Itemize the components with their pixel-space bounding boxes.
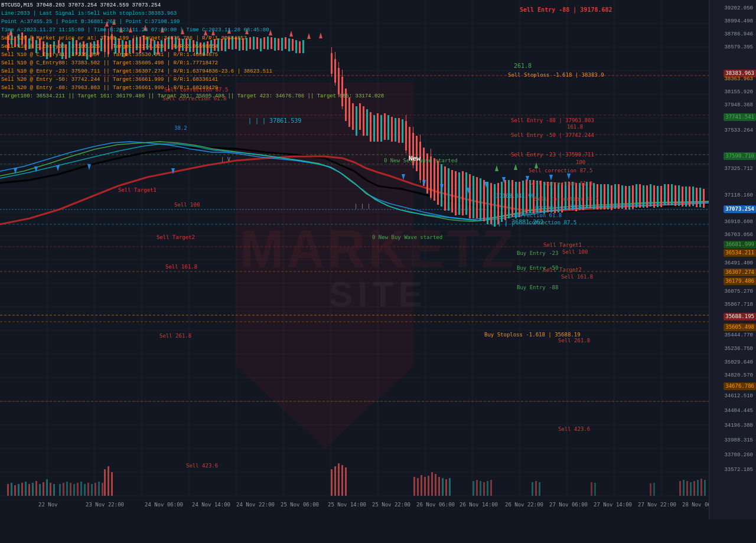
svg-rect-270 bbox=[334, 466, 336, 496]
svg-rect-87 bbox=[125, 41, 127, 56]
svg-rect-159 bbox=[391, 117, 393, 142]
svg-text:38.2: 38.2 bbox=[174, 125, 187, 131]
svg-text:27 Nov 22:00: 27 Nov 22:00 bbox=[638, 502, 676, 508]
svg-rect-228 bbox=[621, 185, 623, 209]
svg-text:26 Nov 14:00: 26 Nov 14:00 bbox=[460, 502, 498, 508]
svg-rect-132 bbox=[285, 37, 286, 49]
svg-rect-185 bbox=[469, 174, 471, 218]
svg-rect-317 bbox=[700, 479, 702, 496]
svg-rect-98 bbox=[164, 38, 166, 51]
svg-rect-179 bbox=[448, 168, 449, 211]
svg-rect-94 bbox=[150, 38, 152, 50]
svg-rect-240 bbox=[664, 184, 666, 205]
svg-rect-222 bbox=[600, 184, 602, 210]
svg-rect-311 bbox=[679, 481, 681, 496]
svg-rect-178 bbox=[444, 166, 446, 211]
svg-rect-125 bbox=[260, 38, 262, 51]
svg-rect-272 bbox=[341, 465, 343, 496]
svg-rect-175 bbox=[434, 158, 435, 201]
svg-rect-274 bbox=[59, 484, 61, 496]
svg-rect-279 bbox=[77, 483, 79, 496]
svg-text:Sell Entry -88 | 37963.803: Sell Entry -88 | 37963.803 bbox=[511, 117, 594, 123]
svg-rect-181 bbox=[455, 171, 457, 215]
svg-text:Sell Target1: Sell Target1 bbox=[543, 242, 582, 248]
svg-rect-266 bbox=[104, 469, 106, 496]
svg-rect-193 bbox=[497, 183, 499, 224]
svg-rect-61 bbox=[43, 41, 44, 56]
svg-rect-294 bbox=[438, 477, 440, 496]
svg-rect-74 bbox=[90, 42, 92, 57]
svg-rect-229 bbox=[625, 186, 627, 210]
svg-rect-275 bbox=[63, 483, 64, 496]
svg-text:correction 38.2: correction 38.2 bbox=[535, 204, 582, 210]
svg-rect-66 bbox=[61, 42, 63, 59]
svg-rect-297 bbox=[449, 478, 451, 496]
svg-rect-113 bbox=[217, 38, 219, 51]
svg-rect-106 bbox=[193, 40, 194, 52]
svg-rect-290 bbox=[424, 477, 426, 496]
chart-container: MARKETZ SITE bbox=[0, 0, 756, 543]
price-37533: 37533.264 bbox=[724, 127, 755, 133]
svg-rect-236 bbox=[650, 184, 651, 207]
svg-rect-296 bbox=[445, 479, 447, 496]
svg-text:Sell correction 61.8: Sell correction 61.8 bbox=[529, 181, 592, 187]
svg-rect-60 bbox=[39, 38, 41, 50]
svg-rect-183 bbox=[462, 171, 464, 215]
svg-text:Buy Stoploss -1.618 | 35688.19: Buy Stoploss -1.618 | 35688.19 bbox=[484, 332, 581, 338]
svg-rect-54 bbox=[18, 34, 19, 47]
svg-rect-114 bbox=[221, 39, 223, 51]
svg-rect-223 bbox=[604, 184, 605, 210]
svg-rect-75 bbox=[93, 41, 95, 54]
svg-rect-246 bbox=[685, 187, 687, 207]
svg-rect-281 bbox=[84, 484, 86, 496]
svg-rect-293 bbox=[435, 474, 436, 496]
price-36681-highlight: 36681.999 bbox=[724, 241, 756, 248]
svg-text:Sell correction 61.8: Sell correction 61.8 bbox=[162, 96, 226, 102]
svg-rect-295 bbox=[442, 478, 444, 496]
svg-rect-134 bbox=[292, 39, 294, 51]
svg-rect-110 bbox=[207, 41, 208, 53]
svg-rect-153 bbox=[370, 112, 372, 142]
svg-rect-124 bbox=[256, 37, 258, 49]
svg-rect-99 bbox=[168, 37, 170, 49]
svg-rect-288 bbox=[417, 478, 419, 496]
svg-rect-199 bbox=[519, 182, 520, 217]
svg-rect-195 bbox=[504, 180, 506, 220]
svg-rect-86 bbox=[122, 40, 123, 57]
price-34612: 34612.510 bbox=[724, 392, 755, 399]
svg-rect-188 bbox=[480, 178, 481, 221]
svg-rect-168 bbox=[416, 136, 418, 171]
svg-rect-76 bbox=[97, 40, 99, 55]
svg-rect-238 bbox=[657, 186, 659, 207]
svg-rect-285 bbox=[98, 482, 100, 496]
price-35444: 35444.770 bbox=[724, 332, 755, 338]
svg-rect-298 bbox=[472, 481, 474, 496]
price-38363: 38363.963 bbox=[724, 76, 755, 82]
svg-rect-224 bbox=[607, 184, 609, 210]
svg-text:23 Nov 22:00: 23 Nov 22:00 bbox=[86, 502, 124, 508]
svg-rect-128 bbox=[271, 37, 272, 49]
svg-rect-232 bbox=[636, 184, 637, 208]
svg-rect-283 bbox=[91, 484, 93, 496]
svg-rect-157 bbox=[384, 113, 386, 140]
svg-rect-93 bbox=[146, 37, 148, 50]
svg-text:Buy Entry -23: Buy Entry -23 bbox=[517, 250, 558, 256]
price-36910: 36910.608 bbox=[724, 218, 755, 225]
svg-text:Sell  423.6: Sell 423.6 bbox=[186, 463, 218, 469]
svg-text:Sell 100: Sell 100 bbox=[562, 249, 588, 255]
svg-rect-245 bbox=[682, 187, 683, 207]
svg-rect-158 bbox=[387, 115, 389, 140]
svg-rect-146 bbox=[345, 89, 347, 121]
svg-rect-96 bbox=[157, 41, 159, 54]
svg-rect-56 bbox=[25, 35, 27, 50]
svg-text:Sell Target2: Sell Target2 bbox=[157, 234, 195, 240]
svg-rect-107 bbox=[196, 41, 198, 54]
svg-rect-287 bbox=[413, 477, 415, 496]
svg-rect-90 bbox=[136, 37, 138, 50]
svg-rect-135 bbox=[295, 40, 297, 53]
svg-text:Sell 100: Sell 100 bbox=[174, 202, 200, 208]
svg-rect-104 bbox=[185, 38, 187, 51]
svg-text:22 Nov: 22 Nov bbox=[38, 502, 58, 508]
svg-text:Sell correction 87.5: Sell correction 87.5 bbox=[164, 87, 228, 93]
svg-rect-249 bbox=[696, 188, 698, 207]
